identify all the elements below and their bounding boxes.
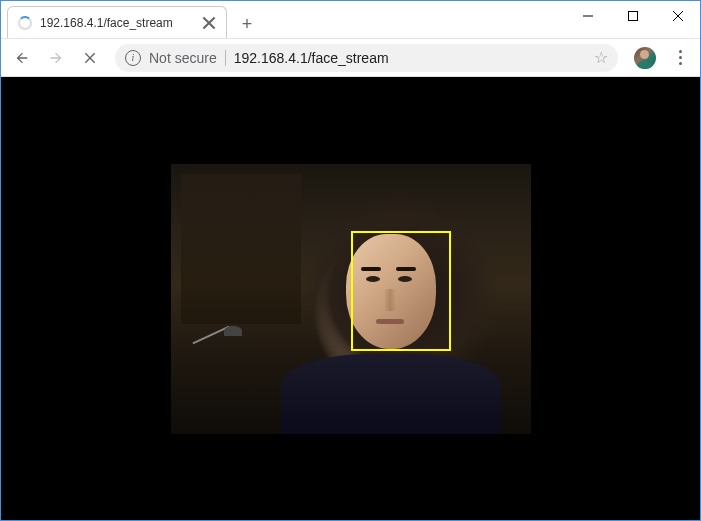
new-tab-button[interactable]: +	[233, 10, 261, 38]
stop-reload-button[interactable]	[75, 43, 105, 73]
address-bar[interactable]: i Not secure 192.168.4.1/face_stream ☆	[115, 44, 618, 72]
person-face	[346, 234, 436, 349]
security-status: Not secure	[149, 50, 226, 66]
person-torso	[281, 354, 501, 434]
forward-button[interactable]	[41, 43, 71, 73]
maximize-button[interactable]	[610, 1, 655, 31]
window-controls	[565, 1, 700, 38]
browser-toolbar: i Not secure 192.168.4.1/face_stream ☆	[1, 39, 700, 77]
tab-title: 192.168.4.1/face_stream	[40, 16, 173, 30]
page-content	[1, 77, 700, 520]
close-tab-button[interactable]	[202, 16, 216, 30]
video-stream	[171, 164, 531, 434]
background-lamp	[186, 334, 246, 384]
window-titlebar: 192.168.4.1/face_stream +	[1, 1, 700, 39]
browser-tab[interactable]: 192.168.4.1/face_stream	[7, 6, 227, 38]
site-info-icon[interactable]: i	[125, 50, 141, 66]
menu-button[interactable]	[666, 44, 694, 72]
svg-rect-0	[628, 12, 637, 21]
profile-avatar[interactable]	[634, 47, 656, 69]
minimize-button[interactable]	[565, 1, 610, 31]
background-shelf	[181, 174, 301, 324]
close-window-button[interactable]	[655, 1, 700, 31]
bookmark-star-icon[interactable]: ☆	[594, 48, 608, 67]
url-text: 192.168.4.1/face_stream	[234, 50, 586, 66]
loading-spinner-icon	[18, 16, 32, 30]
back-button[interactable]	[7, 43, 37, 73]
tab-strip: 192.168.4.1/face_stream +	[1, 1, 261, 38]
